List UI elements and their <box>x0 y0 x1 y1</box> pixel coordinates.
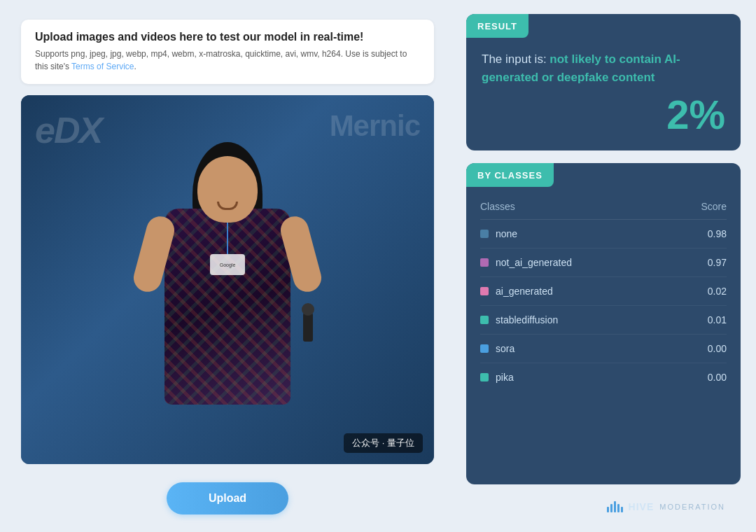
result-header-label: RESULT <box>477 21 517 31</box>
right-panel: RESULT The input is: not likely to conta… <box>455 0 756 532</box>
table-row: pika 0.00 <box>480 363 727 391</box>
class-score: 0.01 <box>708 314 727 326</box>
bar-3 <box>614 501 616 512</box>
classes-rows-container: none 0.98 not_ai_generated 0.97 ai_gener… <box>480 220 727 391</box>
uploaded-image: eDX Mernic <box>21 95 434 464</box>
class-color-dot <box>480 316 489 324</box>
class-left: sora <box>480 343 514 354</box>
class-name: none <box>496 228 517 239</box>
upload-info-card: Upload images and videos here to test ou… <box>21 20 434 84</box>
class-name: pika <box>496 372 514 383</box>
class-left: ai_generated <box>480 286 553 297</box>
upload-button-container: Upload <box>21 475 434 518</box>
table-row: ai_generated 0.02 <box>480 277 727 306</box>
left-panel: Upload images and videos here to test ou… <box>0 0 455 532</box>
upload-button[interactable]: Upload <box>167 482 288 514</box>
classes-table: Classes Score none 0.98 not_ai_generated… <box>466 187 741 398</box>
face <box>197 156 258 223</box>
col-classes: Classes <box>480 201 515 212</box>
class-left: not_ai_generated <box>480 257 572 268</box>
hive-name: HIVE <box>629 501 654 512</box>
classes-header: BY CLASSES <box>466 163 554 187</box>
terms-link[interactable]: Terms of Service <box>71 62 134 71</box>
mic-head <box>302 303 314 316</box>
table-row: stablediffusion 0.01 <box>480 306 727 335</box>
class-score: 0.97 <box>708 257 727 268</box>
classes-card: BY CLASSES Classes Score none 0.98 not_a… <box>466 163 741 484</box>
bg-text-2: Mernic <box>330 109 420 143</box>
smile <box>217 202 238 210</box>
class-left: pika <box>480 372 514 383</box>
class-color-dot <box>480 258 489 267</box>
bar-4 <box>617 504 620 512</box>
table-row: not_ai_generated 0.97 <box>480 248 727 277</box>
class-name: ai_generated <box>496 286 553 297</box>
class-score: 0.00 <box>708 343 727 354</box>
class-name: stablediffusion <box>496 314 558 326</box>
table-row: none 0.98 <box>480 220 727 248</box>
table-row: sora 0.00 <box>480 335 727 363</box>
class-left: none <box>480 228 517 239</box>
tedx-bg-text: eDX <box>35 109 102 151</box>
wechat-watermark: 公众号 · 量子位 <box>344 433 423 453</box>
bar-5 <box>621 507 623 512</box>
bar-2 <box>610 504 612 512</box>
class-left: stablediffusion <box>480 314 558 326</box>
class-score: 0.98 <box>708 228 727 239</box>
upload-description: Supports png, jpeg, jpg, webp, mp4, webm… <box>35 48 420 73</box>
microphone <box>303 310 313 342</box>
class-name: not_ai_generated <box>496 257 572 268</box>
class-score: 0.00 <box>708 372 727 383</box>
class-color-dot <box>480 230 489 238</box>
col-score: Score <box>701 201 727 212</box>
result-card: RESULT The input is: not likely to conta… <box>466 14 741 150</box>
classes-table-header: Classes Score <box>480 194 727 220</box>
class-score: 0.02 <box>708 286 727 297</box>
image-upload-area[interactable]: eDX Mernic <box>21 95 434 464</box>
result-description: The input is: not likely to contain AI-g… <box>482 50 725 86</box>
bar-1 <box>607 507 609 512</box>
hive-branding: HIVE MODERATION <box>466 497 741 518</box>
result-body: The input is: not likely to contain AI-g… <box>466 38 741 150</box>
class-color-dot <box>480 344 489 353</box>
badge: Google <box>210 254 245 275</box>
class-name: sora <box>496 343 514 354</box>
hive-logo-icon <box>607 501 623 512</box>
upload-title: Upload images and videos here to test ou… <box>35 31 420 43</box>
result-header: RESULT <box>466 14 528 38</box>
classes-header-label: BY CLASSES <box>477 170 542 181</box>
hive-moderation: MODERATION <box>659 503 725 511</box>
result-percentage: 2% <box>482 94 725 135</box>
person-figure: Google <box>130 142 326 464</box>
class-color-dot <box>480 287 489 295</box>
class-color-dot <box>480 373 489 382</box>
